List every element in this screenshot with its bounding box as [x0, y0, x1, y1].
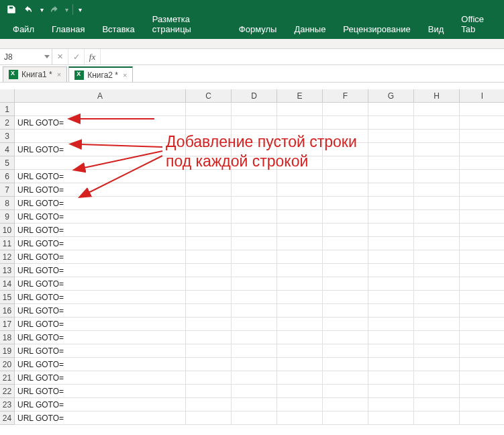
cell[interactable] — [414, 170, 460, 183]
cell[interactable] — [460, 224, 504, 237]
cell[interactable] — [186, 385, 232, 398]
cell[interactable] — [460, 358, 504, 371]
cell[interactable] — [323, 412, 368, 425]
cell[interactable] — [414, 210, 460, 224]
cell[interactable] — [277, 224, 323, 237]
cell[interactable] — [460, 183, 504, 197]
cell[interactable] — [368, 143, 414, 156]
ribbon-tab-insert[interactable]: Вставка — [93, 19, 143, 39]
cell[interactable] — [460, 130, 504, 143]
cell[interactable]: URL GOTO= — [15, 183, 186, 197]
cell[interactable] — [368, 170, 414, 183]
cell[interactable] — [323, 156, 368, 170]
cell[interactable] — [460, 371, 504, 385]
cell[interactable] — [368, 130, 414, 143]
row-header[interactable]: 6 — [0, 170, 15, 183]
redo-dropdown-icon[interactable]: ▾ — [65, 6, 68, 13]
cell[interactable] — [277, 156, 323, 170]
cell[interactable] — [232, 331, 277, 344]
select-all-corner[interactable] — [0, 89, 15, 103]
cell[interactable] — [186, 197, 232, 210]
cell[interactable] — [414, 412, 460, 425]
cell[interactable] — [414, 143, 460, 156]
column-header-C[interactable]: C — [186, 89, 232, 103]
cell[interactable] — [368, 156, 414, 170]
column-header-H[interactable]: H — [414, 89, 460, 103]
cell[interactable] — [323, 210, 368, 224]
cell[interactable] — [414, 237, 460, 250]
column-header-I[interactable]: I — [460, 89, 504, 103]
row-header[interactable]: 8 — [0, 197, 15, 210]
row-header[interactable]: 23 — [0, 398, 15, 412]
cell[interactable] — [368, 304, 414, 318]
cell[interactable] — [186, 237, 232, 250]
ribbon-tab-formulas[interactable]: Формулы — [230, 19, 286, 39]
row-header[interactable]: 20 — [0, 358, 15, 371]
redo-button[interactable] — [46, 2, 61, 17]
cell[interactable] — [232, 304, 277, 318]
cell[interactable] — [277, 344, 323, 358]
row-header[interactable]: 15 — [0, 291, 15, 304]
cell[interactable] — [232, 143, 277, 156]
workbook-tab-1[interactable]: Книга1 * × — [3, 66, 67, 82]
row-header[interactable]: 16 — [0, 304, 15, 318]
cell[interactable] — [277, 277, 323, 291]
cell[interactable] — [186, 291, 232, 304]
cell[interactable] — [232, 183, 277, 197]
cell[interactable] — [277, 116, 323, 130]
cell[interactable] — [323, 304, 368, 318]
cell[interactable]: URL GOTO= — [15, 318, 186, 331]
cell[interactable] — [460, 143, 504, 156]
cell[interactable] — [186, 318, 232, 331]
cell[interactable] — [186, 277, 232, 291]
cell[interactable] — [186, 130, 232, 143]
cell[interactable] — [460, 291, 504, 304]
cell[interactable]: URL GOTO= — [15, 170, 186, 183]
cell[interactable] — [460, 170, 504, 183]
cell[interactable] — [277, 331, 323, 344]
row-header[interactable]: 13 — [0, 264, 15, 277]
cell[interactable] — [186, 210, 232, 224]
column-header-F[interactable]: F — [323, 89, 368, 103]
cell[interactable]: URL GOTO= — [15, 116, 186, 130]
cell[interactable]: URL GOTO= — [15, 371, 186, 385]
cell[interactable] — [460, 250, 504, 264]
column-header-D[interactable]: D — [232, 89, 277, 103]
cell[interactable] — [186, 398, 232, 412]
cell[interactable] — [186, 358, 232, 371]
cell[interactable] — [232, 156, 277, 170]
cell[interactable]: URL GOTO= — [15, 250, 186, 264]
formula-cancel-button[interactable] — [52, 49, 68, 64]
row-header[interactable]: 18 — [0, 331, 15, 344]
workbook-tab-2[interactable]: Книга2 * × — [68, 66, 133, 82]
cell[interactable] — [368, 250, 414, 264]
cell[interactable] — [323, 291, 368, 304]
cell[interactable] — [232, 210, 277, 224]
cell[interactable] — [277, 398, 323, 412]
cell[interactable]: URL GOTO= — [15, 398, 186, 412]
cell[interactable] — [368, 318, 414, 331]
cell[interactable] — [232, 237, 277, 250]
cell[interactable] — [460, 103, 504, 116]
cell[interactable] — [232, 385, 277, 398]
cell[interactable] — [277, 197, 323, 210]
cell[interactable] — [186, 224, 232, 237]
cell[interactable] — [277, 210, 323, 224]
cell[interactable] — [232, 103, 277, 116]
cell[interactable] — [232, 250, 277, 264]
qat-customize-icon[interactable]: ▾ — [79, 6, 82, 13]
cell[interactable] — [414, 103, 460, 116]
cell[interactable] — [323, 318, 368, 331]
cell[interactable] — [460, 277, 504, 291]
cell[interactable] — [368, 412, 414, 425]
row-header[interactable]: 4 — [0, 143, 15, 156]
cell[interactable]: URL GOTO= — [15, 412, 186, 425]
cell[interactable] — [277, 130, 323, 143]
cell[interactable]: URL GOTO= — [15, 224, 186, 237]
row-header[interactable]: 1 — [0, 103, 15, 116]
row-header[interactable]: 12 — [0, 250, 15, 264]
cell[interactable] — [323, 197, 368, 210]
cell[interactable]: URL GOTO= — [15, 385, 186, 398]
cell[interactable] — [277, 358, 323, 371]
cell[interactable] — [414, 358, 460, 371]
